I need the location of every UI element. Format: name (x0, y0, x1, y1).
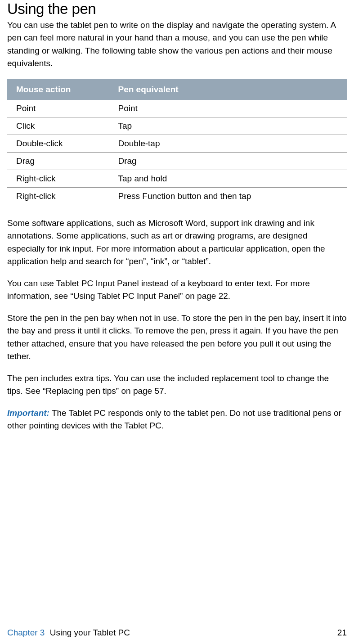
paragraph-store-pen: Store the pen in the pen bay when not in… (7, 312, 347, 363)
paragraph-ink-support: Some software applications, such as Micr… (7, 217, 347, 268)
table-cell: Tap (109, 117, 347, 135)
footer-chapter: Chapter 3 (7, 628, 45, 637)
table-cell: Press Function button and then tap (109, 187, 347, 205)
paragraph-input-panel: You can use Tablet PC Input Panel instea… (7, 277, 347, 303)
table-cell: Click (7, 117, 109, 135)
pen-actions-table: Mouse action Pen equivalent Point Point … (7, 79, 347, 205)
paragraph-important: Important: The Tablet PC responds only t… (7, 407, 347, 432)
table-header-pen: Pen equivalent (109, 79, 347, 100)
table-row: Drag Drag (7, 152, 347, 170)
table-row: Right-click Press Function button and th… (7, 187, 347, 205)
table-header-row: Mouse action Pen equivalent (7, 79, 347, 100)
footer-title: Using your Tablet PC (50, 628, 130, 637)
table-row: Right-click Tap and hold (7, 170, 347, 187)
table-cell: Double-tap (109, 135, 347, 152)
important-label: Important: (7, 408, 49, 418)
page-content: Using the pen You can use the tablet pen… (0, 0, 354, 432)
table-header-mouse: Mouse action (7, 79, 109, 100)
table-cell: Tap and hold (109, 170, 347, 187)
footer-page-number: 21 (337, 628, 347, 638)
table-cell: Right-click (7, 170, 109, 187)
table-row: Double-click Double-tap (7, 135, 347, 152)
footer-left: Chapter 3 Using your Tablet PC (7, 628, 130, 638)
table-cell: Drag (7, 152, 109, 170)
page-footer: Chapter 3 Using your Tablet PC 21 (7, 628, 347, 638)
important-text: The Tablet PC responds only to the table… (7, 408, 341, 431)
intro-paragraph: You can use the tablet pen to write on t… (7, 19, 347, 70)
table-cell: Drag (109, 152, 347, 170)
heading-using-the-pen: Using the pen (7, 0, 347, 18)
table-row: Click Tap (7, 117, 347, 135)
table-cell: Point (7, 100, 109, 117)
table-row: Point Point (7, 100, 347, 117)
table-cell: Point (109, 100, 347, 117)
table-cell: Right-click (7, 187, 109, 205)
table-cell: Double-click (7, 135, 109, 152)
paragraph-extra-tips: The pen includes extra tips. You can use… (7, 372, 347, 398)
